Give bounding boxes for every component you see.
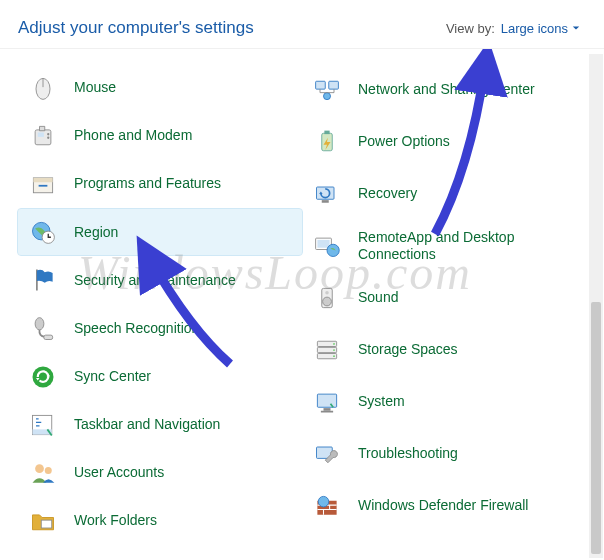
speaker-icon — [310, 281, 344, 315]
cpl-item-label: Sound — [358, 289, 398, 307]
svg-rect-21 — [329, 81, 339, 89]
svg-rect-39 — [317, 394, 336, 407]
cpl-item-label: Recovery — [358, 185, 417, 203]
recovery-icon — [310, 177, 344, 211]
cpl-item-network-and-sharing-center[interactable]: Network and Sharing Center — [302, 65, 586, 115]
users-icon — [26, 456, 60, 490]
cpl-item-recovery[interactable]: Recovery — [302, 169, 586, 219]
scrollbar[interactable] — [589, 54, 603, 558]
cpl-item-system[interactable]: System — [302, 377, 586, 427]
remote-icon — [310, 229, 344, 263]
svg-rect-24 — [324, 131, 329, 135]
battery-icon — [310, 125, 344, 159]
svg-point-18 — [45, 467, 52, 474]
svg-point-36 — [333, 343, 335, 345]
cpl-item-label: Storage Spaces — [358, 341, 458, 359]
svg-rect-8 — [39, 185, 48, 187]
cpl-item-label: Network and Sharing Center — [358, 81, 535, 99]
chevron-down-icon — [572, 24, 580, 32]
svg-rect-41 — [321, 411, 333, 413]
wrench-icon — [310, 437, 344, 471]
cpl-item-security-and-maintenance[interactable]: Security and Maintenance — [18, 257, 302, 303]
cpl-item-label: Programs and Features — [74, 175, 221, 193]
cpl-item-storage-spaces[interactable]: Storage Spaces — [302, 325, 586, 375]
cpl-item-label: Speech Recognition — [74, 320, 199, 338]
system-icon — [310, 385, 344, 419]
cpl-item-label: Windows Defender Firewall — [358, 497, 528, 515]
svg-point-14 — [33, 366, 54, 387]
viewby-label: View by: — [446, 21, 495, 36]
cpl-item-label: Taskbar and Navigation — [74, 416, 220, 434]
cpl-item-label: Troubleshooting — [358, 445, 458, 463]
svg-point-22 — [324, 93, 331, 100]
cpl-item-region[interactable]: Region — [18, 209, 302, 255]
mic-icon — [26, 312, 60, 346]
cpl-item-sync-center[interactable]: Sync Center — [18, 354, 302, 400]
svg-point-32 — [325, 291, 329, 295]
cpl-item-programs-and-features[interactable]: Programs and Features — [18, 161, 302, 207]
box-icon — [26, 167, 60, 201]
cpl-item-remoteapp-and-desktop-connections[interactable]: RemoteApp and Desktop Connections — [302, 221, 586, 271]
cpl-item-label: Region — [74, 224, 118, 242]
cpl-item-taskbar-and-navigation[interactable]: Taskbar and Navigation — [18, 402, 302, 448]
svg-rect-13 — [44, 335, 53, 339]
cpl-item-label: Phone and Modem — [74, 127, 192, 145]
cpl-item-label: User Accounts — [74, 464, 164, 482]
svg-point-37 — [333, 349, 335, 351]
svg-point-38 — [333, 355, 335, 357]
cpl-item-label: Security and Maintenance — [74, 272, 236, 290]
svg-rect-7 — [33, 178, 52, 182]
viewby-value: Large icons — [501, 21, 568, 36]
globe-clock-icon — [26, 215, 60, 249]
svg-rect-40 — [324, 408, 331, 411]
viewby-dropdown[interactable]: Large icons — [501, 21, 580, 36]
scrollbar-thumb[interactable] — [591, 302, 601, 554]
svg-point-4 — [47, 133, 49, 135]
svg-rect-3 — [38, 133, 44, 137]
mouse-icon — [26, 71, 60, 105]
taskbar-icon — [26, 408, 60, 442]
firewall-icon — [310, 489, 344, 523]
svg-point-44 — [318, 496, 329, 507]
phone-icon — [26, 119, 60, 153]
cpl-item-work-folders[interactable]: Work Folders — [18, 498, 302, 544]
page-title: Adjust your computer's settings — [18, 18, 254, 38]
svg-point-31 — [323, 297, 332, 306]
cpl-item-user-accounts[interactable]: User Accounts — [18, 450, 302, 496]
cpl-item-troubleshooting[interactable]: Troubleshooting — [302, 429, 586, 479]
folder-icon — [26, 504, 60, 538]
svg-point-12 — [35, 317, 44, 329]
cpl-item-power-options[interactable]: Power Options — [302, 117, 586, 167]
sync-icon — [26, 360, 60, 394]
cpl-item-label: Power Options — [358, 133, 450, 151]
cpl-item-label: Mouse — [74, 79, 116, 97]
svg-point-5 — [47, 137, 49, 139]
svg-rect-26 — [322, 200, 329, 203]
cpl-item-label: RemoteApp and Desktop Connections — [358, 229, 578, 264]
cpl-item-speech-recognition[interactable]: Speech Recognition — [18, 305, 302, 351]
svg-point-17 — [35, 464, 44, 473]
drives-icon — [310, 333, 344, 367]
svg-rect-19 — [41, 520, 52, 528]
cpl-item-windows-defender-firewall[interactable]: Windows Defender Firewall — [302, 481, 586, 531]
cpl-item-label: Sync Center — [74, 368, 151, 386]
cpl-item-label: System — [358, 393, 405, 411]
flag-icon — [26, 263, 60, 297]
cpl-item-sound[interactable]: Sound — [302, 273, 586, 323]
cpl-item-mouse[interactable]: Mouse — [18, 65, 302, 111]
cpl-item-label: Work Folders — [74, 512, 157, 530]
cpl-item-phone-and-modem[interactable]: Phone and Modem — [18, 113, 302, 159]
network-icon — [310, 73, 344, 107]
svg-rect-20 — [316, 81, 326, 89]
svg-point-29 — [327, 244, 339, 256]
